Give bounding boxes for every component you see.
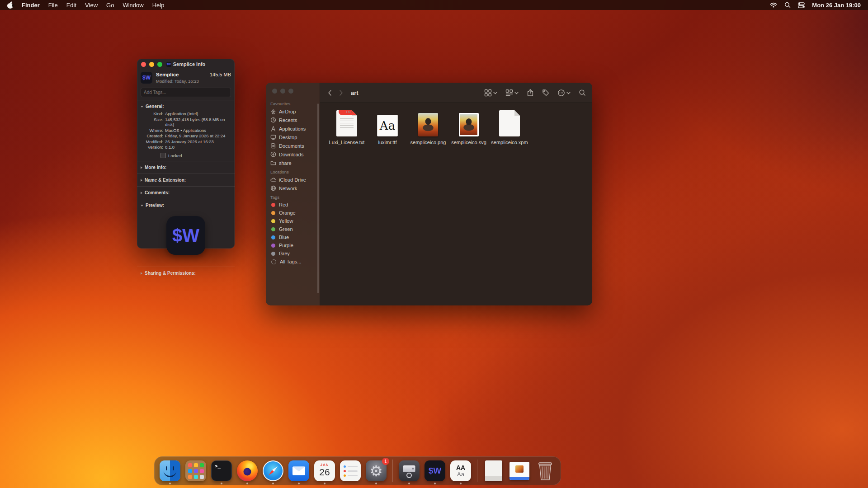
- semplice-dock-icon: $W: [425, 460, 445, 481]
- wifi-icon[interactable]: [770, 2, 777, 8]
- search-button[interactable]: [579, 89, 586, 96]
- share-button[interactable]: [527, 89, 534, 97]
- file-sempliceico-svg[interactable]: sempliceico.svg: [448, 108, 489, 145]
- sidebar-tag-red[interactable]: Red: [266, 201, 320, 209]
- sidebar-tag-green[interactable]: Green: [266, 225, 320, 233]
- disclosure-triangle-icon[interactable]: [141, 205, 143, 206]
- sidebar-tag-purple[interactable]: Purple: [266, 241, 320, 249]
- apple-menu-icon[interactable]: [7, 2, 13, 9]
- sidebar-scrollbar[interactable]: [317, 103, 319, 293]
- info-header: $W Semplice 145.5 MB Modified: Today, 16…: [141, 72, 231, 84]
- section-sharing-label: Sharing & Permissions:: [145, 271, 196, 276]
- sidebar-item-downloads[interactable]: Downloads: [266, 150, 320, 159]
- section-preview-label: Preview:: [146, 203, 164, 208]
- sidebar-tag-yellow[interactable]: Yellow: [266, 217, 320, 225]
- back-button[interactable]: [326, 89, 333, 97]
- zoom-button[interactable]: [157, 62, 162, 67]
- section-name-extension[interactable]: Name & Extension:: [141, 177, 231, 183]
- calendar-icon: JAN 26: [314, 460, 335, 481]
- zoom-button[interactable]: [288, 89, 293, 94]
- disclosure-triangle-icon[interactable]: [141, 272, 142, 275]
- tag-dot-purple: [271, 244, 275, 248]
- clock-icon: [270, 117, 276, 123]
- sidebar-item-desktop[interactable]: Desktop: [266, 133, 320, 141]
- chevron-down-icon: [566, 91, 571, 94]
- disclosure-triangle-icon[interactable]: [141, 166, 142, 169]
- sidebar-item-label: Grey: [279, 251, 290, 256]
- sidebar-item-network[interactable]: Network: [266, 184, 320, 192]
- info-title-bar[interactable]: $W Semplice Info: [137, 59, 235, 70]
- firefox-icon: [237, 460, 258, 481]
- file-sempliceico-xpm[interactable]: sempliceico.xpm: [489, 108, 530, 145]
- locked-checkbox[interactable]: [160, 153, 166, 158]
- minimize-button[interactable]: [280, 89, 285, 94]
- dock-calendar[interactable]: JAN 26: [314, 460, 335, 482]
- group-by-button[interactable]: [505, 89, 519, 97]
- font-book-icon: AA Aa: [450, 460, 471, 481]
- spotlight-search-icon[interactable]: [784, 2, 791, 8]
- sidebar-tag-grey[interactable]: Grey: [266, 249, 320, 258]
- section-comments[interactable]: Comments:: [141, 189, 231, 196]
- info-title-text: Semplice Info: [173, 61, 206, 67]
- minimize-button[interactable]: [149, 62, 154, 67]
- add-tags-field[interactable]: [141, 88, 231, 97]
- file-luximr-ttf[interactable]: Aa luximr.ttf: [367, 108, 408, 145]
- tag-dot-green: [271, 227, 275, 231]
- more-options-button[interactable]: [557, 89, 571, 97]
- info-row-label: Version:: [141, 145, 163, 150]
- dock-safari[interactable]: [262, 460, 284, 482]
- disclosure-triangle-icon[interactable]: [141, 179, 142, 182]
- dock-reminders[interactable]: [340, 460, 361, 482]
- file-name: sempliceico.xpm: [491, 140, 528, 145]
- sidebar-item-documents[interactable]: Documents: [266, 141, 320, 150]
- dock-finder[interactable]: [159, 460, 181, 482]
- file-sempliceico-png[interactable]: sempliceico.png: [408, 108, 448, 145]
- dock-system-settings[interactable]: ⚙ 1: [365, 460, 387, 482]
- app-name: Semplice: [156, 72, 179, 77]
- image-thumbnail-icon: [459, 113, 479, 136]
- dock-terminal[interactable]: >_: [211, 460, 232, 482]
- menu-view[interactable]: View: [85, 2, 98, 9]
- forward-button[interactable]: [338, 89, 344, 97]
- dock-trash[interactable]: [534, 460, 556, 482]
- menu-window[interactable]: Window: [123, 2, 143, 9]
- sidebar-item-applications[interactable]: Applications: [266, 124, 320, 133]
- menu-help[interactable]: Help: [152, 2, 165, 9]
- view-options-button[interactable]: [484, 89, 497, 97]
- dock-mail[interactable]: [288, 460, 310, 482]
- dock-semplice[interactable]: $W: [424, 460, 446, 482]
- menu-edit[interactable]: Edit: [66, 2, 76, 9]
- dock-firefox[interactable]: [236, 460, 258, 482]
- sidebar-all-tags[interactable]: All Tags...: [266, 258, 320, 266]
- sidebar-item-airdrop[interactable]: AirDrop: [266, 107, 320, 116]
- menu-app-finder[interactable]: Finder: [22, 2, 40, 9]
- dock-minimized-window[interactable]: [509, 460, 530, 482]
- dock-minimized-document[interactable]: [483, 460, 505, 482]
- dock-disk-utility[interactable]: [398, 460, 420, 482]
- section-general[interactable]: General:: [141, 103, 231, 110]
- info-row-label: Size:: [141, 117, 163, 127]
- disclosure-triangle-icon[interactable]: [141, 106, 143, 108]
- dock-font-book[interactable]: AA Aa: [450, 460, 472, 482]
- sidebar-tag-blue[interactable]: Blue: [266, 233, 320, 241]
- sidebar-item-icloud-drive[interactable]: iCloud Drive: [266, 175, 320, 184]
- menu-go[interactable]: Go: [106, 2, 114, 9]
- sidebar-tag-orange[interactable]: Orange: [266, 209, 320, 217]
- sidebar-item-recents[interactable]: Recents: [266, 116, 320, 124]
- menu-bar-clock[interactable]: Mon 26 Jan 19:00: [812, 2, 861, 9]
- sidebar-item-label: Red: [279, 202, 288, 207]
- section-preview[interactable]: Preview:: [141, 202, 231, 209]
- window-controls-inactive: [266, 89, 320, 94]
- disclosure-triangle-icon[interactable]: [141, 192, 142, 194]
- section-more-info[interactable]: More Info:: [141, 164, 231, 171]
- app-size: 145.5 MB: [210, 72, 231, 77]
- file-luxi-license-txt[interactable]: TXT Luxi_License.txt: [326, 108, 367, 145]
- menu-file[interactable]: File: [48, 2, 58, 9]
- tags-button[interactable]: [542, 89, 549, 96]
- dock-launchpad[interactable]: [185, 460, 207, 482]
- control-center-icon[interactable]: [798, 2, 805, 8]
- close-button[interactable]: [141, 62, 146, 67]
- close-button[interactable]: [272, 89, 277, 94]
- section-sharing-permissions[interactable]: Sharing & Permissions:: [141, 270, 231, 277]
- sidebar-item-share[interactable]: share: [266, 159, 320, 167]
